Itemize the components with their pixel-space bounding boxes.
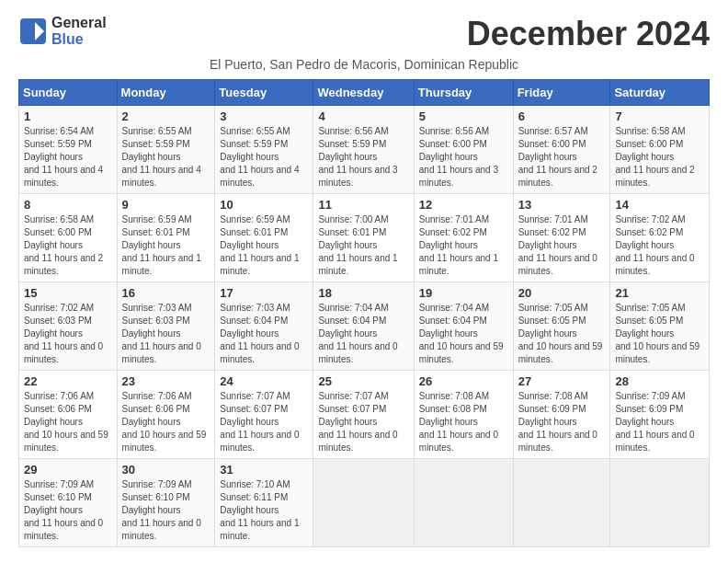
day-number: 8 bbox=[24, 198, 112, 212]
day-number: 12 bbox=[419, 198, 508, 212]
day-number: 1 bbox=[24, 109, 112, 123]
logo-blue-text: Blue bbox=[51, 31, 107, 48]
table-row: 15 Sunrise: 7:02 AMSunset: 6:03 PMDaylig… bbox=[19, 282, 118, 371]
header-sunday: Sunday bbox=[19, 80, 118, 106]
day-info: Sunrise: 7:00 AMSunset: 6:01 PMDaylight … bbox=[318, 214, 397, 276]
table-row: 8 Sunrise: 6:58 AMSunset: 6:00 PMDayligh… bbox=[19, 194, 118, 282]
day-number: 2 bbox=[122, 109, 210, 123]
table-row: 4 Sunrise: 6:56 AMSunset: 5:59 PMDayligh… bbox=[313, 106, 414, 194]
table-row: 19 Sunrise: 7:04 AMSunset: 6:04 PMDaylig… bbox=[414, 282, 513, 371]
table-row: 1 Sunrise: 6:54 AMSunset: 5:59 PMDayligh… bbox=[19, 106, 118, 194]
table-row: 12 Sunrise: 7:01 AMSunset: 6:02 PMDaylig… bbox=[414, 194, 513, 282]
day-info: Sunrise: 7:01 AMSunset: 6:02 PMDaylight … bbox=[419, 214, 498, 276]
day-number: 20 bbox=[518, 286, 606, 300]
month-title: December 2024 bbox=[467, 15, 710, 53]
day-number: 26 bbox=[419, 374, 508, 388]
table-row: 18 Sunrise: 7:04 AMSunset: 6:04 PMDaylig… bbox=[313, 282, 414, 371]
logo-general-text: General bbox=[51, 15, 107, 31]
table-row bbox=[414, 459, 513, 547]
day-info: Sunrise: 7:07 AMSunset: 6:07 PMDaylight … bbox=[318, 391, 397, 453]
day-number: 30 bbox=[122, 463, 210, 477]
table-row: 5 Sunrise: 6:56 AMSunset: 6:00 PMDayligh… bbox=[414, 106, 513, 194]
day-number: 17 bbox=[220, 286, 308, 300]
day-number: 13 bbox=[518, 198, 606, 212]
table-row: 26 Sunrise: 7:08 AMSunset: 6:08 PMDaylig… bbox=[414, 371, 513, 459]
day-info: Sunrise: 7:07 AMSunset: 6:07 PMDaylight … bbox=[220, 391, 299, 453]
table-row: 22 Sunrise: 7:06 AMSunset: 6:06 PMDaylig… bbox=[19, 371, 118, 459]
calendar-row: 8 Sunrise: 6:58 AMSunset: 6:00 PMDayligh… bbox=[19, 194, 710, 282]
table-row: 30 Sunrise: 7:09 AMSunset: 6:10 PMDaylig… bbox=[117, 459, 215, 547]
table-row: 10 Sunrise: 6:59 AMSunset: 6:01 PMDaylig… bbox=[215, 194, 313, 282]
day-number: 7 bbox=[615, 109, 704, 123]
day-info: Sunrise: 7:09 AMSunset: 6:09 PMDaylight … bbox=[615, 391, 694, 453]
day-info: Sunrise: 6:58 AMSunset: 6:00 PMDaylight … bbox=[24, 214, 103, 276]
header-friday: Friday bbox=[513, 80, 610, 106]
day-info: Sunrise: 6:58 AMSunset: 6:00 PMDaylight … bbox=[615, 126, 694, 188]
table-row: 25 Sunrise: 7:07 AMSunset: 6:07 PMDaylig… bbox=[313, 371, 414, 459]
day-info: Sunrise: 6:56 AMSunset: 6:00 PMDaylight … bbox=[419, 126, 498, 188]
day-info: Sunrise: 7:04 AMSunset: 6:04 PMDaylight … bbox=[419, 303, 504, 364]
table-row: 21 Sunrise: 7:05 AMSunset: 6:05 PMDaylig… bbox=[610, 282, 710, 371]
table-row: 16 Sunrise: 7:03 AMSunset: 6:03 PMDaylig… bbox=[117, 282, 215, 371]
day-info: Sunrise: 7:02 AMSunset: 6:02 PMDaylight … bbox=[615, 214, 694, 276]
day-info: Sunrise: 6:59 AMSunset: 6:01 PMDaylight … bbox=[220, 214, 299, 276]
day-info: Sunrise: 7:08 AMSunset: 6:08 PMDaylight … bbox=[419, 391, 498, 453]
table-row: 14 Sunrise: 7:02 AMSunset: 6:02 PMDaylig… bbox=[610, 194, 710, 282]
header-thursday: Thursday bbox=[414, 80, 513, 106]
table-row: 27 Sunrise: 7:08 AMSunset: 6:09 PMDaylig… bbox=[513, 371, 610, 459]
day-number: 6 bbox=[518, 109, 606, 123]
day-info: Sunrise: 6:55 AMSunset: 5:59 PMDaylight … bbox=[220, 126, 299, 188]
day-number: 9 bbox=[122, 198, 210, 212]
day-info: Sunrise: 6:57 AMSunset: 6:00 PMDaylight … bbox=[518, 126, 597, 188]
table-row: 24 Sunrise: 7:07 AMSunset: 6:07 PMDaylig… bbox=[215, 371, 313, 459]
calendar-table: Sunday Monday Tuesday Wednesday Thursday… bbox=[18, 79, 710, 547]
table-row: 3 Sunrise: 6:55 AMSunset: 5:59 PMDayligh… bbox=[215, 106, 313, 194]
day-number: 15 bbox=[24, 286, 112, 300]
day-info: Sunrise: 7:09 AMSunset: 6:10 PMDaylight … bbox=[122, 479, 201, 541]
day-info: Sunrise: 7:08 AMSunset: 6:09 PMDaylight … bbox=[518, 391, 597, 453]
logo-icon bbox=[18, 17, 48, 46]
table-row: 20 Sunrise: 7:05 AMSunset: 6:05 PMDaylig… bbox=[513, 282, 610, 371]
day-info: Sunrise: 7:10 AMSunset: 6:11 PMDaylight … bbox=[220, 479, 299, 541]
table-row: 23 Sunrise: 7:06 AMSunset: 6:06 PMDaylig… bbox=[117, 371, 215, 459]
day-number: 3 bbox=[220, 109, 308, 123]
day-number: 5 bbox=[419, 109, 508, 123]
day-number: 18 bbox=[318, 286, 408, 300]
day-info: Sunrise: 7:03 AMSunset: 6:03 PMDaylight … bbox=[122, 303, 201, 364]
header-wednesday: Wednesday bbox=[313, 80, 414, 106]
day-number: 21 bbox=[615, 286, 704, 300]
day-info: Sunrise: 7:06 AMSunset: 6:06 PMDaylight … bbox=[122, 391, 207, 453]
calendar-row: 1 Sunrise: 6:54 AMSunset: 5:59 PMDayligh… bbox=[19, 106, 710, 194]
table-row: 9 Sunrise: 6:59 AMSunset: 6:01 PMDayligh… bbox=[117, 194, 215, 282]
day-info: Sunrise: 6:56 AMSunset: 5:59 PMDaylight … bbox=[318, 126, 397, 188]
header-tuesday: Tuesday bbox=[215, 80, 313, 106]
calendar-body: 1 Sunrise: 6:54 AMSunset: 5:59 PMDayligh… bbox=[19, 106, 710, 547]
weekday-header-row: Sunday Monday Tuesday Wednesday Thursday… bbox=[19, 80, 710, 106]
calendar-row: 29 Sunrise: 7:09 AMSunset: 6:10 PMDaylig… bbox=[19, 459, 710, 547]
day-info: Sunrise: 7:04 AMSunset: 6:04 PMDaylight … bbox=[318, 303, 397, 364]
day-number: 29 bbox=[24, 463, 112, 477]
table-row: 29 Sunrise: 7:09 AMSunset: 6:10 PMDaylig… bbox=[19, 459, 118, 547]
logo: General Blue bbox=[18, 15, 107, 47]
day-number: 23 bbox=[122, 374, 210, 388]
day-number: 10 bbox=[220, 198, 308, 212]
day-info: Sunrise: 7:03 AMSunset: 6:04 PMDaylight … bbox=[220, 303, 299, 364]
table-row: 7 Sunrise: 6:58 AMSunset: 6:00 PMDayligh… bbox=[610, 106, 710, 194]
calendar-row: 15 Sunrise: 7:02 AMSunset: 6:03 PMDaylig… bbox=[19, 282, 710, 371]
day-number: 14 bbox=[615, 198, 704, 212]
day-info: Sunrise: 7:06 AMSunset: 6:06 PMDaylight … bbox=[24, 391, 108, 453]
day-info: Sunrise: 6:59 AMSunset: 6:01 PMDaylight … bbox=[122, 214, 201, 276]
subtitle: El Puerto, San Pedro de Macoris, Dominic… bbox=[18, 57, 710, 72]
table-row: 13 Sunrise: 7:01 AMSunset: 6:02 PMDaylig… bbox=[513, 194, 610, 282]
day-number: 25 bbox=[318, 374, 408, 388]
day-number: 4 bbox=[318, 109, 408, 123]
header-monday: Monday bbox=[117, 80, 215, 106]
table-row bbox=[513, 459, 610, 547]
day-number: 16 bbox=[122, 286, 210, 300]
table-row: 17 Sunrise: 7:03 AMSunset: 6:04 PMDaylig… bbox=[215, 282, 313, 371]
day-number: 27 bbox=[518, 374, 606, 388]
day-info: Sunrise: 7:09 AMSunset: 6:10 PMDaylight … bbox=[24, 479, 103, 541]
table-row bbox=[313, 459, 414, 547]
day-info: Sunrise: 6:55 AMSunset: 5:59 PMDaylight … bbox=[122, 126, 201, 188]
day-number: 24 bbox=[220, 374, 308, 388]
